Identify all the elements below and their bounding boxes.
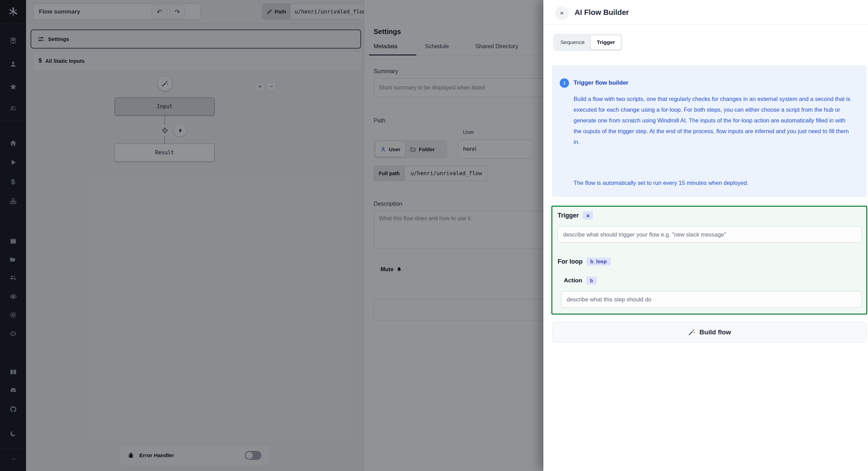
tab-sequence[interactable]: Sequence xyxy=(554,35,591,50)
divider xyxy=(543,24,868,25)
info-icon: i xyxy=(560,78,569,88)
action-step-badge: b xyxy=(586,276,597,285)
info-footer: The flow is automatically set to run eve… xyxy=(574,180,851,186)
info-body: Build a flow with two scripts, one that … xyxy=(574,94,851,147)
ai-flow-builder-panel: × AI Flow Builder Sequence Trigger i Tri… xyxy=(543,0,868,471)
trigger-builder-box: Trigger a For loop b_loop Action b xyxy=(551,206,867,315)
forloop-step-label: For loop xyxy=(558,258,583,265)
modal-dim-overlay xyxy=(0,0,543,471)
info-title: Trigger flow builder xyxy=(574,79,628,86)
action-description-input[interactable] xyxy=(561,291,862,308)
trigger-step-label: Trigger xyxy=(558,212,579,219)
ai-panel-title: AI Flow Builder xyxy=(575,8,629,17)
trigger-description-input[interactable] xyxy=(558,226,862,243)
build-flow-label: Build flow xyxy=(700,328,731,336)
trigger-info-box: i Trigger flow builder Build a flow with… xyxy=(552,65,867,197)
close-button[interactable]: × xyxy=(555,6,569,20)
mode-toggle: Sequence Trigger xyxy=(553,34,623,51)
forloop-step-badge: b_loop xyxy=(586,257,611,266)
build-flow-button[interactable]: Build flow xyxy=(552,322,867,343)
action-step-label: Action xyxy=(564,277,582,284)
tab-trigger[interactable]: Trigger xyxy=(591,35,621,50)
wand-icon xyxy=(688,328,695,336)
trigger-step-badge: a xyxy=(583,211,593,220)
